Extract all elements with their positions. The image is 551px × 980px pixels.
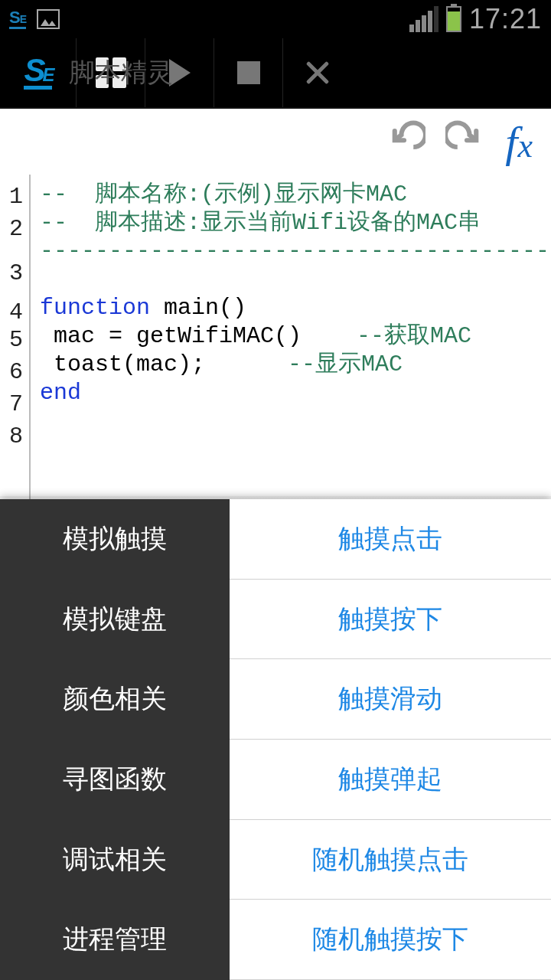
signal-icon xyxy=(409,6,439,32)
close-button[interactable] xyxy=(283,38,352,107)
category-process[interactable]: 进程管理 xyxy=(0,900,230,980)
line-number: 7 xyxy=(0,388,23,420)
fx-button[interactable]: fx xyxy=(505,116,533,168)
category-touch-sim[interactable]: 模拟触摸 xyxy=(0,499,230,580)
action-touch-click[interactable]: 触摸点击 xyxy=(230,499,551,580)
play-icon xyxy=(169,59,191,87)
clock: 17:21 xyxy=(469,3,542,35)
action-random-touch-down[interactable]: 随机触摸按下 xyxy=(230,900,551,980)
action-touch-down[interactable]: 触摸按下 xyxy=(230,580,551,660)
code-editor[interactable]: 1 2 3 4 5 6 7 8 -- 脚本名称:(示例)显示网卡MAC -- 脚… xyxy=(0,175,551,501)
app-notification-icon: SE xyxy=(9,9,26,29)
picture-notification-icon xyxy=(37,9,60,29)
category-image-search[interactable]: 寻图函数 xyxy=(0,740,230,820)
action-touch-swipe[interactable]: 触摸滑动 xyxy=(230,659,551,740)
grid-icon xyxy=(96,57,126,88)
line-number: 6 xyxy=(0,356,23,388)
close-icon xyxy=(305,60,331,86)
redo-icon xyxy=(445,120,488,163)
undo-icon xyxy=(383,120,425,163)
app-toolbar: 脚本精灵 SE xyxy=(0,38,551,109)
play-button[interactable] xyxy=(145,38,214,107)
action-random-touch-click[interactable]: 随机触摸点击 xyxy=(230,820,551,900)
line-number: 5 xyxy=(0,324,23,356)
battery-icon xyxy=(446,6,461,32)
undo-button[interactable] xyxy=(380,117,429,166)
category-color[interactable]: 颜色相关 xyxy=(0,659,230,740)
line-number: 1 xyxy=(0,181,23,213)
category-keyboard-sim[interactable]: 模拟键盘 xyxy=(0,580,230,660)
action-list: 触摸点击 触摸按下 触摸滑动 触摸弹起 随机触摸点击 随机触摸按下 xyxy=(230,499,551,980)
apps-button[interactable] xyxy=(77,38,145,107)
editor-toolbar: fx xyxy=(0,109,551,175)
category-list: 模拟触摸 模拟键盘 颜色相关 寻图函数 调试相关 进程管理 xyxy=(0,499,230,980)
action-touch-up[interactable]: 触摸弹起 xyxy=(230,740,551,820)
line-number: 3 xyxy=(0,245,23,302)
function-insert-panel: 模拟触摸 模拟键盘 颜色相关 寻图函数 调试相关 进程管理 触摸点击 触摸按下 … xyxy=(0,499,551,980)
line-number-gutter: 1 2 3 4 5 6 7 8 xyxy=(0,175,31,501)
redo-button[interactable] xyxy=(442,117,491,166)
stop-icon xyxy=(237,61,260,84)
android-status-bar: SE 17:21 xyxy=(0,0,551,38)
category-debug[interactable]: 调试相关 xyxy=(0,820,230,900)
app-logo[interactable]: SE xyxy=(0,38,77,107)
line-number: 2 xyxy=(0,213,23,245)
line-number: 8 xyxy=(0,420,23,452)
stop-button[interactable] xyxy=(214,38,283,107)
line-number: 4 xyxy=(0,302,23,324)
code-content[interactable]: -- 脚本名称:(示例)显示网卡MAC -- 脚本描述:显示当前Wifi设备的M… xyxy=(31,175,551,501)
